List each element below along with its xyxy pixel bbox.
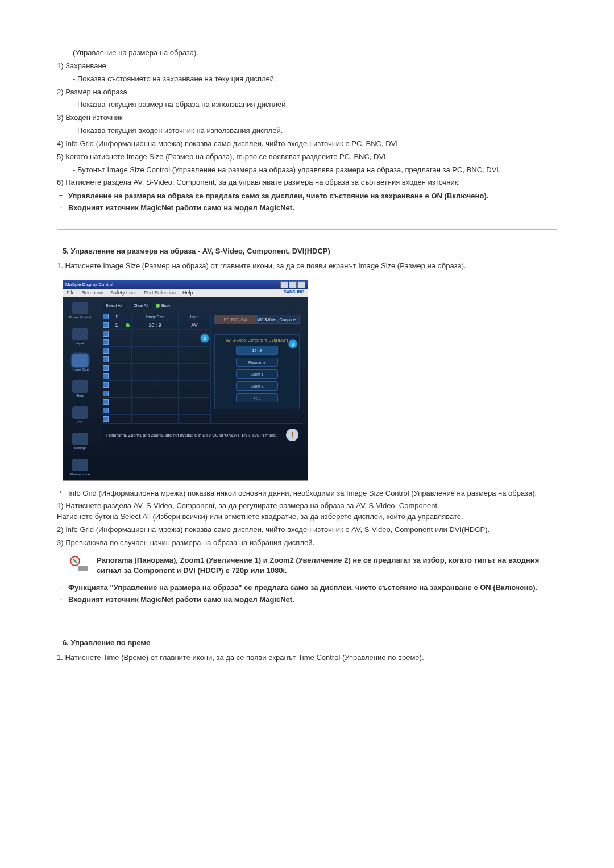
list-item: 1) Захранване xyxy=(57,61,557,72)
sidebar-icon xyxy=(72,406,88,419)
grid-header: ID Image Size Input xyxy=(102,313,211,321)
section5-title: 5. Управление на размера на образа - AV,… xyxy=(63,247,557,255)
note-text: Входният източник MagicNet работи само н… xyxy=(68,203,294,212)
grid-row-empty xyxy=(102,364,211,372)
header-checkbox[interactable] xyxy=(103,314,109,319)
panel-title: AV, S-Video, Component, DVI(HDCP) xyxy=(218,338,296,342)
app-body: Power ControlInputImage SizeTimePIPSetti… xyxy=(63,297,308,480)
note-item: Входният източник MagicNet работи само н… xyxy=(57,203,557,212)
row-checkbox[interactable] xyxy=(103,339,109,345)
note-item: Входният източник MagicNet работи само н… xyxy=(57,595,557,604)
row-checkbox[interactable] xyxy=(103,416,109,422)
row-checkbox[interactable] xyxy=(103,365,109,371)
document-page: (Управление на размера на образа). 1) За… xyxy=(0,0,614,700)
grid-row[interactable]: 1 16 : 9 AV xyxy=(102,321,211,330)
note-text: Управление на размера на образа се предл… xyxy=(68,192,488,200)
list-item: 3) Входен източник xyxy=(57,113,557,123)
row-input: AV xyxy=(179,321,211,329)
sidebar-icon xyxy=(72,433,88,445)
app-titlebar: Multiple Display Control xyxy=(63,280,308,289)
menu-item[interactable]: Remocon xyxy=(82,290,104,296)
sidebar-item[interactable]: Maintenance xyxy=(68,459,93,476)
grid-row-empty xyxy=(102,347,211,355)
sidebar-item[interactable]: Time xyxy=(68,380,93,397)
select-all-button[interactable]: Select All xyxy=(102,302,126,309)
list-sub-item: - Показва текущия входен източник на изп… xyxy=(73,126,557,136)
note-text: Входният източник MagicNet работи само н… xyxy=(68,595,294,604)
size-option-button[interactable]: Panorama xyxy=(236,358,278,367)
size-option-button[interactable]: 4 : 3 xyxy=(236,393,278,402)
section5-step1: 1. Натиснете Image Size (Размер на образ… xyxy=(57,261,557,272)
size-option-button[interactable]: Zoom 1 xyxy=(236,369,278,379)
size-option-button[interactable]: 16 : 9 xyxy=(236,346,278,355)
row-checkbox[interactable] xyxy=(103,322,109,328)
warn-note-text: Panorama (Панорама), Zoom1 (Увеличение 1… xyxy=(97,555,557,577)
right-panel: PC, BNC, DVI AV, S-Video, Component 2 AV… xyxy=(211,313,303,423)
busy-dot-icon xyxy=(156,304,160,308)
app-sidebar: Power ControlInputImage SizeTimePIPSetti… xyxy=(63,297,97,480)
top-buttons: Select All Clear All Busy xyxy=(102,302,303,309)
warning-icon: ! xyxy=(286,429,298,441)
row-checkbox[interactable] xyxy=(103,399,109,405)
sidebar-label: Maintenance xyxy=(70,472,90,476)
brand-logo: SAMSUNG xyxy=(284,290,304,296)
row-checkbox[interactable] xyxy=(103,391,109,396)
dash-icon xyxy=(57,583,65,590)
clear-all-button[interactable]: Clear All xyxy=(130,302,152,309)
row-imgsize: 16 : 9 xyxy=(132,321,179,329)
grid-row-empty xyxy=(102,415,211,423)
list-item: 2) Info Grid (Информационна мрежа) показ… xyxy=(57,525,557,535)
tab-pc-bnc-dvi[interactable]: PC, BNC, DVI xyxy=(214,315,257,324)
row-checkbox[interactable] xyxy=(103,382,109,388)
row-checkbox[interactable] xyxy=(103,356,109,362)
dash-icon xyxy=(57,192,65,198)
menu-item[interactable]: Safety Lock xyxy=(110,290,137,296)
grid-row-empty xyxy=(102,338,211,347)
list-item: 1) Натиснете раздела AV, S-Video, Compon… xyxy=(57,501,557,522)
bottom-note: Panorama, Zoom1 and Zoom2 are not availa… xyxy=(106,433,277,438)
tool-warning-icon xyxy=(68,555,91,575)
arrow-icon xyxy=(57,489,65,495)
row-checkbox[interactable] xyxy=(103,373,109,379)
header-input: Input xyxy=(179,313,211,321)
status-lamp-icon xyxy=(126,323,130,327)
sidebar-label: Time xyxy=(76,394,84,397)
sidebar-icon xyxy=(72,354,88,367)
menu-item[interactable]: File xyxy=(67,290,75,296)
row-checkbox[interactable] xyxy=(103,348,109,354)
tab-av-svideo-component[interactable]: AV, S-Video, Component xyxy=(257,315,300,324)
busy-label: Busy xyxy=(161,304,171,308)
size-option-button[interactable]: Zoom 2 xyxy=(236,381,278,391)
close-button[interactable] xyxy=(297,281,305,288)
grid-row-empty xyxy=(102,381,211,389)
menu-item[interactable]: Port Selection xyxy=(144,290,176,296)
sidebar-item[interactable]: Image Size xyxy=(68,354,93,371)
window-buttons xyxy=(280,281,305,288)
sidebar-item[interactable]: Settings xyxy=(68,433,93,450)
dash-icon xyxy=(57,203,65,210)
note-text: Функцията "Управление на размера на обра… xyxy=(68,583,537,592)
list-item: 2) Размер на образа xyxy=(57,87,557,98)
note-item: Управление на размера на образа се предл… xyxy=(57,192,557,200)
list-item: 3) Превключва по случаен начин размера н… xyxy=(57,538,557,549)
sidebar-item[interactable]: Input xyxy=(68,328,93,345)
list-sub-item: - Бутонът Image Size Control (Управление… xyxy=(73,165,557,176)
divider xyxy=(57,229,557,230)
after-numbered-list: 1) Натиснете раздела AV, S-Video, Compon… xyxy=(57,501,557,548)
header-imgsize: Image Size xyxy=(132,313,179,321)
sidebar-item[interactable]: PIP xyxy=(68,406,93,423)
minimize-button[interactable] xyxy=(280,281,288,288)
menu-item[interactable]: Help xyxy=(182,290,193,296)
sidebar-icon xyxy=(72,380,88,393)
bottom-strip: Panorama, Zoom1 and Zoom2 are not availa… xyxy=(102,423,303,446)
sidebar-item[interactable]: Power Control xyxy=(68,302,93,319)
row-checkbox[interactable] xyxy=(103,408,109,413)
sidebar-icon xyxy=(72,328,88,340)
header-id: ID xyxy=(110,313,123,321)
header-lamp-icon xyxy=(123,313,132,321)
menubar-items: FileRemoconSafety LockPort SelectionHelp xyxy=(67,290,193,296)
grid-row-empty xyxy=(102,389,211,398)
arrow-note: Info Grid (Информационна мрежа) показва … xyxy=(57,489,557,497)
maximize-button[interactable] xyxy=(289,281,297,288)
row-checkbox[interactable] xyxy=(103,331,109,337)
